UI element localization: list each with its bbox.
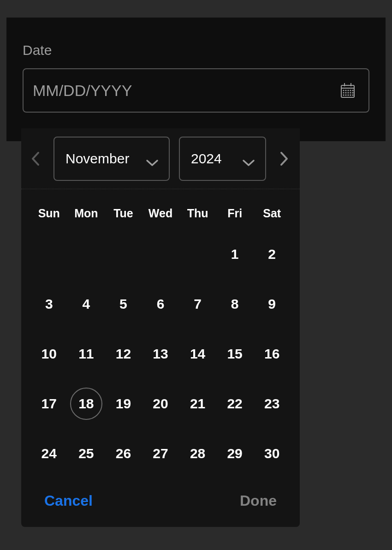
calendar-day-18[interactable]: 18	[70, 388, 102, 420]
calendar-cell: 28	[179, 429, 216, 478]
calendar-day-3[interactable]: 3	[33, 288, 65, 320]
done-button[interactable]: Done	[240, 492, 277, 509]
calendar-day-23[interactable]: 23	[256, 388, 288, 420]
next-month-button[interactable]	[275, 150, 293, 167]
calendar-day-7[interactable]: 7	[182, 288, 214, 320]
weekday-header: Wed	[142, 198, 179, 229]
calendar-cell: 12	[105, 329, 142, 379]
picker-header: November 2024	[21, 128, 300, 189]
calendar-cell: 13	[142, 329, 179, 379]
date-field-panel: Date MM/DD/YYYY	[6, 18, 386, 141]
weekday-header: Sun	[30, 198, 68, 229]
weekday-header: Mon	[68, 198, 105, 229]
svg-point-5	[345, 90, 346, 91]
calendar-cell: 29	[216, 429, 254, 478]
weekday-header: Fri	[216, 198, 254, 229]
calendar-day-25[interactable]: 25	[70, 437, 102, 470]
calendar-day-2[interactable]: 2	[256, 238, 288, 270]
calendar-day-10[interactable]: 10	[33, 338, 65, 370]
calendar-day-26[interactable]: 26	[107, 437, 139, 470]
calendar-cell: 25	[68, 429, 105, 478]
calendar-day-5[interactable]: 5	[107, 288, 139, 320]
date-input[interactable]: MM/DD/YYYY	[23, 68, 369, 113]
calendar-cell: 8	[216, 279, 254, 329]
calendar-cell: 5	[105, 279, 142, 329]
svg-point-14	[343, 94, 344, 96]
calendar-day-24[interactable]: 24	[33, 437, 65, 470]
chevron-down-icon	[242, 155, 255, 163]
calendar-blank-cell	[30, 229, 68, 279]
year-select[interactable]: 2024	[179, 137, 266, 181]
month-select-value: November	[65, 151, 129, 167]
calendar-day-1[interactable]: 1	[219, 238, 251, 270]
calendar-cell: 2	[253, 229, 291, 279]
calendar-day-11[interactable]: 11	[70, 338, 102, 370]
cancel-button[interactable]: Cancel	[44, 492, 93, 509]
calendar-cell: 19	[105, 379, 142, 429]
calendar-cell: 26	[105, 429, 142, 478]
calendar-cell: 23	[253, 379, 291, 429]
calendar-cell: 10	[30, 329, 68, 379]
svg-point-9	[343, 92, 344, 93]
svg-point-10	[345, 92, 346, 93]
calendar-day-30[interactable]: 30	[256, 437, 288, 470]
calendar-icon[interactable]	[340, 83, 356, 98]
svg-point-8	[352, 90, 353, 91]
calendar-cell: 27	[142, 429, 179, 478]
svg-point-18	[352, 94, 353, 96]
calendar-grid: SunMonTueWedThuFriSat1234567891011121314…	[21, 189, 300, 483]
weekday-header: Thu	[179, 198, 216, 229]
calendar-cell: 1	[216, 229, 254, 279]
calendar-day-15[interactable]: 15	[219, 338, 251, 370]
calendar-cell: 20	[142, 379, 179, 429]
date-label: Date	[23, 42, 369, 58]
svg-point-4	[343, 90, 344, 91]
calendar-day-12[interactable]: 12	[107, 338, 139, 370]
weekday-header: Sat	[253, 198, 291, 229]
date-input-placeholder: MM/DD/YYYY	[33, 82, 132, 100]
calendar-day-8[interactable]: 8	[219, 288, 251, 320]
calendar-cell: 22	[216, 379, 254, 429]
calendar-cell: 14	[179, 329, 216, 379]
calendar-day-22[interactable]: 22	[219, 388, 251, 420]
calendar-day-29[interactable]: 29	[219, 437, 251, 470]
calendar-day-19[interactable]: 19	[107, 388, 139, 420]
svg-point-12	[350, 92, 351, 93]
calendar-day-9[interactable]: 9	[256, 288, 288, 320]
calendar-cell: 9	[253, 279, 291, 329]
calendar-cell: 24	[30, 429, 68, 478]
calendar-cell: 21	[179, 379, 216, 429]
calendar-cell: 6	[142, 279, 179, 329]
svg-point-11	[347, 92, 349, 93]
calendar-day-4[interactable]: 4	[70, 288, 102, 320]
svg-point-7	[350, 90, 351, 91]
calendar-day-14[interactable]: 14	[182, 338, 214, 370]
calendar-cell: 7	[179, 279, 216, 329]
year-select-value: 2024	[191, 151, 222, 167]
svg-point-15	[345, 94, 346, 96]
calendar-day-13[interactable]: 13	[144, 338, 177, 370]
calendar-day-21[interactable]: 21	[182, 388, 214, 420]
calendar-day-20[interactable]: 20	[144, 388, 177, 420]
chevron-down-icon	[146, 155, 159, 163]
calendar-day-28[interactable]: 28	[182, 437, 214, 470]
calendar-cell: 18	[68, 379, 105, 429]
calendar-blank-cell	[179, 229, 216, 279]
calendar-cell: 30	[253, 429, 291, 478]
prev-month-button[interactable]	[27, 150, 44, 167]
calendar-cell: 4	[68, 279, 105, 329]
calendar-day-16[interactable]: 16	[256, 338, 288, 370]
calendar-day-17[interactable]: 17	[33, 388, 65, 420]
month-select[interactable]: November	[53, 137, 170, 181]
calendar-cell: 3	[30, 279, 68, 329]
picker-footer: Cancel Done	[21, 483, 300, 522]
calendar-cell: 11	[68, 329, 105, 379]
calendar-blank-cell	[105, 229, 142, 279]
calendar-day-6[interactable]: 6	[144, 288, 177, 320]
svg-point-16	[347, 94, 349, 96]
svg-point-6	[347, 90, 349, 91]
calendar-cell: 16	[253, 329, 291, 379]
calendar-day-27[interactable]: 27	[144, 437, 177, 470]
calendar-cell: 17	[30, 379, 68, 429]
calendar-blank-cell	[68, 229, 105, 279]
